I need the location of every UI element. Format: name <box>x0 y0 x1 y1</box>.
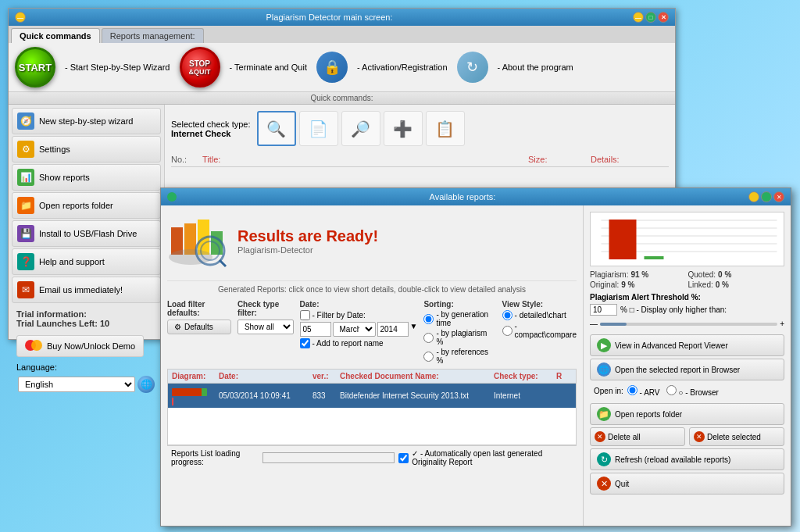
browser-option: ○ - Browser <box>666 385 719 397</box>
sidebar-item-help[interactable]: ❓ Help and support <box>12 248 161 275</box>
plagiarism-label: Plagiarism: <box>590 270 628 279</box>
arv-label: - ARV <box>640 388 660 397</box>
help-icon: ❓ <box>17 253 34 270</box>
check-type-filter-select[interactable]: Show all <box>238 320 294 334</box>
language-section: Language: English 🌐 <box>12 359 161 398</box>
quit-button[interactable]: ✕ Quit <box>590 473 784 495</box>
quit-label: Quit <box>615 480 629 488</box>
table-row[interactable]: 05/03/2014 10:09:41 833 Bitdefender Inte… <box>168 384 576 408</box>
tab-reports-management[interactable]: Reports management: <box>102 28 204 43</box>
sorting-label: Sorting: <box>423 300 495 309</box>
open-reports-folder-button[interactable]: 📁 Open reports folder <box>590 403 784 425</box>
original-stat: Original: 9 % <box>590 280 687 289</box>
svg-rect-14 <box>645 256 664 259</box>
sort-plagiarism-radio[interactable] <box>423 333 434 343</box>
activation-icon[interactable]: 🔒 <box>316 52 348 83</box>
view-advanced-label: View in Advanced Report Viewer <box>615 341 728 350</box>
linked-label: Linked: <box>688 280 713 289</box>
file-check-icon[interactable]: 🔎 <box>341 111 380 146</box>
open-browser-button[interactable]: 🌐 Open the selected report in Browser <box>590 359 784 380</box>
browser-radio[interactable] <box>666 385 677 395</box>
progress-label: Reports List loading progress: <box>171 449 259 466</box>
results-text: Results are Ready! Plagiarism-Detector <box>238 227 378 255</box>
quoted-label: Quoted: <box>688 270 716 279</box>
toolbar: START - Start Step-by-Step Wizard STOP &… <box>9 43 675 92</box>
internet-check-icon[interactable]: 🔍 <box>257 111 296 146</box>
progress-bar <box>262 452 395 463</box>
doc-check-icon[interactable]: 📄 <box>299 111 338 146</box>
delete-selected-button[interactable]: ✕ Delete selected <box>689 427 784 446</box>
threshold-input[interactable] <box>590 304 617 316</box>
view-compact-radio[interactable] <box>502 326 512 336</box>
date-month-select[interactable]: March <box>333 322 376 337</box>
sorting-group: Sorting: - by generation time - by plagi… <box>423 300 495 365</box>
th-diagram: Diagram: <box>172 372 219 380</box>
add-to-report-checkbox[interactable] <box>300 338 310 348</box>
activation-label: - Activation/Registration <box>357 62 448 72</box>
add-to-report-label: - Add to report name <box>312 339 384 348</box>
start-button[interactable]: START <box>15 47 55 87</box>
view-advanced-button[interactable]: ▶ View in Advanced Report Viewer <box>590 334 784 356</box>
filter-row: Load filter defaults: ⚙ Defaults Check t… <box>167 300 577 365</box>
check-type-section: Selected check type: Internet Check <box>171 120 251 138</box>
sidebar-item-settings[interactable]: ⚙ Settings <box>12 136 161 162</box>
sidebar-item-usb[interactable]: 💾 Install to USB/Flash Drive <box>12 220 161 247</box>
view-compact-label: - compact\compare <box>515 322 577 339</box>
close-btn[interactable]: ✕ <box>658 12 669 23</box>
sidebar-item-wizard[interactable]: 🧭 New step-by-step wizard <box>12 108 161 134</box>
reports-window-controls: ✕ <box>748 191 784 202</box>
language-dropdown[interactable]: English <box>18 377 135 392</box>
sidebar-item-open-folder[interactable]: 📁 Open reports folder <box>12 192 161 219</box>
sidebar-item-email[interactable]: ✉ Email us immediately! <box>12 277 161 303</box>
filter-by-date-checkbox[interactable] <box>300 310 310 320</box>
slider-max-icon: + <box>780 320 784 328</box>
sort-plagiarism-label: - by plagiarism % <box>436 329 495 346</box>
sort-references-radio[interactable] <box>423 352 434 362</box>
date-day-input[interactable] <box>300 322 331 337</box>
reports-table-body: 05/03/2014 10:09:41 833 Bitdefender Inte… <box>167 383 577 445</box>
auto-open-row: ✓ - Automatically open last generated Or… <box>398 449 573 466</box>
batch-check-icon[interactable]: 📋 <box>426 111 465 146</box>
delete-all-button[interactable]: ✕ Delete all <box>590 427 685 446</box>
plagiarism-value: 91 % <box>630 270 648 279</box>
refresh-button[interactable]: ↻ Refresh (reload available reports) <box>590 448 784 470</box>
reports-close-btn[interactable]: ✕ <box>773 191 784 202</box>
date-filter-row: - Filter by Date: <box>300 310 418 320</box>
stop-button[interactable]: STOP &QUIT <box>180 47 220 87</box>
auto-open-checkbox[interactable] <box>398 453 409 463</box>
about-icon[interactable]: ↻ <box>457 52 488 83</box>
delete-all-icon: ✕ <box>595 431 605 442</box>
main-title-bar: — Plagiarism Detector main screen: — □ ✕ <box>9 9 675 26</box>
sort-by-time: - by generation time <box>423 310 495 327</box>
reports-minimize-btn[interactable] <box>748 191 759 202</box>
tab-quick-commands[interactable]: Quick commands <box>11 28 100 43</box>
row-ver: 833 <box>312 391 340 400</box>
th-no: No.: <box>171 155 202 164</box>
defaults-button[interactable]: ⚙ Defaults <box>167 320 231 334</box>
sidebar-item-show-reports[interactable]: 📊 Show reports <box>12 164 161 191</box>
view-style-group: View Style: - detailed\chart - compact\c… <box>502 300 577 339</box>
reports-maximize-btn[interactable] <box>761 191 772 202</box>
add-check-icon[interactable]: ➕ <box>384 111 423 146</box>
th-title: Title: <box>202 155 528 164</box>
date-arrow: ▼ <box>410 322 418 337</box>
main-window-title: Plagiarism Detector main screen: <box>26 12 633 22</box>
view-detailed-radio[interactable] <box>502 310 512 320</box>
sort-by-plagiarism: - by plagiarism % <box>423 329 495 346</box>
minimize-button[interactable]: — <box>15 12 26 23</box>
results-banner: Results are Ready! Plagiarism-Detector <box>167 212 577 274</box>
quick-commands-bar: Quick commands: <box>9 92 675 105</box>
buy-button[interactable]: Buy Now/Unlock Demo <box>16 335 144 357</box>
arv-radio[interactable] <box>627 385 638 395</box>
threshold-slider[interactable] <box>600 323 777 326</box>
date-year-input[interactable] <box>377 322 409 337</box>
sort-time-radio[interactable] <box>423 314 434 324</box>
window-controls: — □ ✕ <box>633 12 669 23</box>
minimize-btn[interactable]: — <box>633 12 644 23</box>
maximize-btn[interactable]: □ <box>645 12 656 23</box>
email-icon: ✉ <box>17 281 34 298</box>
auto-open-label: ✓ - Automatically open last generated Or… <box>412 449 573 466</box>
threshold-row: % □ - Display only higher than: <box>590 304 784 316</box>
arv-option: - ARV <box>627 385 660 397</box>
date-group: Date: - Filter by Date: March ▼ <box>300 300 418 348</box>
